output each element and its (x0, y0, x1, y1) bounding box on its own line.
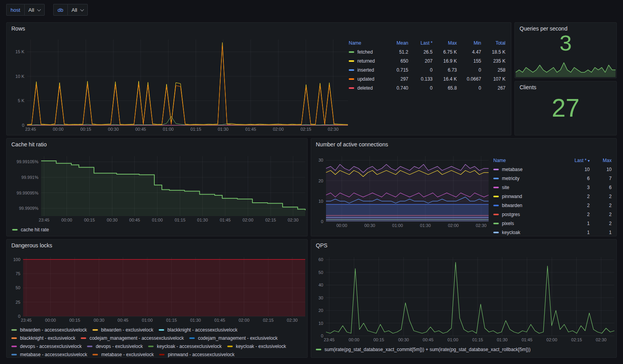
panel-title-active-connections[interactable]: Number of active connections (311, 139, 616, 148)
queries-per-second-sparkline[interactable] (516, 59, 616, 77)
legend-series-toggle[interactable]: pixels (493, 221, 568, 226)
legend-series-toggle[interactable]: deleted (349, 85, 384, 91)
panel-title-qps[interactable]: QPS (311, 240, 616, 249)
series-color-swatch (11, 329, 17, 331)
legend-label: blackknight - accessexclusivelock (167, 327, 237, 333)
legend-label: devops - accessexclusivelock (20, 344, 81, 349)
svg-text:02:15: 02:15 (265, 218, 276, 222)
legend-stat-value: 2 (568, 194, 590, 199)
legend-stat-value: 10 (568, 167, 590, 172)
svg-text:0: 0 (321, 333, 323, 338)
column-header[interactable]: Max (590, 158, 612, 163)
qps-chart[interactable]: 23:4500:0000:1500:3000:4501:0001:1501:30… (313, 255, 616, 344)
dangerous-locks-chart[interactable]: 23:4500:0000:1500:3000:4501:0001:1501:30… (8, 255, 306, 324)
legend-stat-value: 65.8 (433, 85, 457, 91)
svg-text:02:15: 02:15 (263, 318, 274, 323)
legend-series-toggle[interactable]: pinnwand (493, 194, 568, 199)
variable-host-dropdown[interactable]: All (24, 4, 45, 16)
legend-stat-value: 267 (481, 85, 505, 91)
legend-label: pinnwand - accessexclusivelock (168, 352, 234, 357)
column-header[interactable]: Min (457, 40, 481, 46)
column-header[interactable]: Last *▾ (568, 158, 590, 163)
legend-item[interactable]: metabase - accessexclusivelock (11, 352, 87, 357)
panel-clients: Clients 27 (514, 81, 617, 135)
series-color-swatch (493, 178, 499, 179)
svg-text:00:15: 00:15 (373, 337, 384, 342)
legend-item[interactable]: devops - accessexclusivelock (11, 344, 81, 349)
legend-series-toggle[interactable]: metabase (493, 167, 568, 172)
legend-item[interactable]: devops - exclusivelock (87, 344, 143, 349)
legend-series-toggle[interactable]: returned (349, 58, 384, 64)
legend-series-toggle[interactable]: inserted (349, 67, 384, 73)
legend-series-toggle[interactable]: fetched (349, 49, 384, 55)
svg-text:10 K: 10 K (15, 74, 24, 79)
series-color-swatch (148, 346, 154, 347)
panel-title-dangerous-locks[interactable]: Dangerous locks (7, 240, 307, 249)
legend-item[interactable]: blackknight - accessexclusivelock (159, 327, 237, 333)
svg-text:15 K: 15 K (15, 49, 24, 54)
legend-series-toggle[interactable]: keycloak (493, 230, 568, 235)
legend-item[interactable]: codejam_management - exclusivelock (189, 335, 277, 341)
legend-stat-value: 0 (457, 67, 481, 73)
legend-item[interactable]: codejam_management - accessexclusivelock (81, 335, 184, 341)
legend-item[interactable]: bitwarden - accessexclusivelock (11, 327, 87, 333)
legend-series-toggle[interactable]: updated (349, 76, 384, 82)
svg-text:01:30: 01:30 (497, 337, 508, 342)
active-connections-chart[interactable]: 00:0000:3001:0001:3002:0002:300102030 (313, 154, 490, 229)
column-header[interactable]: Total (481, 40, 505, 46)
column-header[interactable]: Mean (384, 40, 408, 46)
svg-text:10: 10 (319, 199, 323, 204)
legend-stat-value: 6 (568, 176, 590, 181)
legend-item[interactable]: keycloak - accessexclusivelock (148, 344, 221, 349)
legend-series-toggle[interactable]: metricity (493, 176, 568, 181)
panel-title-cache-hit-ratio[interactable]: Cache hit ratio (7, 139, 307, 148)
legend-item[interactable]: pinnwand - accessexclusivelock (159, 352, 234, 357)
legend-item[interactable]: metabase - exclusivelock (92, 352, 154, 357)
legend-label: sum(irate(pg_stat_database_xact_commit[5… (324, 347, 531, 352)
legend-stat-value: 4.47 (457, 49, 481, 55)
rows-timeseries-chart[interactable]: 23:4500:0000:1500:3000:4501:0001:1501:30… (9, 38, 349, 133)
rows-legend-table: NameMeanLast *MaxMinTotalfetched51.226.5… (349, 38, 505, 92)
series-color-swatch (227, 346, 233, 347)
series-color-swatch (493, 223, 499, 224)
legend-stat-value: 0 (408, 85, 433, 91)
legend-item[interactable]: blackknight - exclusivelock (11, 335, 75, 341)
legend-series-toggle[interactable]: bitwarden (493, 203, 568, 208)
legend-item[interactable]: sum(irate(pg_stat_database_xact_commit[5… (316, 347, 531, 352)
column-header[interactable]: Name (493, 158, 568, 163)
legend-stat-value: 650 (384, 58, 408, 64)
panel-qps: QPS 23:4500:0000:1500:3000:4501:0001:150… (311, 239, 617, 358)
legend-item[interactable]: keycloak - exclusivelock (227, 344, 286, 349)
cache-hit-ratio-chart[interactable]: 23:4500:0000:1500:3000:4501:0001:1501:30… (7, 154, 306, 224)
svg-text:00:45: 00:45 (118, 318, 129, 323)
panel-title-clients[interactable]: Clients (515, 81, 616, 90)
legend-stat-value: 2 (590, 203, 612, 208)
series-color-swatch (493, 232, 499, 233)
svg-text:00:45: 00:45 (423, 337, 434, 342)
svg-text:01:30: 01:30 (197, 218, 208, 222)
legend-label: metabase - exclusivelock (101, 352, 154, 357)
column-header[interactable]: Name (349, 40, 384, 46)
svg-text:00:00: 00:00 (45, 318, 56, 323)
legend-label: codejam_management - exclusivelock (198, 335, 277, 341)
legend-series-toggle[interactable]: postgres (493, 212, 568, 217)
column-header[interactable]: Last * (408, 40, 433, 46)
legend-label: metabase - accessexclusivelock (20, 352, 87, 357)
svg-text:01:30: 01:30 (420, 223, 431, 228)
variable-db-dropdown[interactable]: All (67, 4, 88, 16)
svg-text:00:30: 00:30 (398, 337, 409, 342)
svg-text:0: 0 (321, 219, 323, 224)
legend-series-toggle[interactable]: site (493, 185, 568, 190)
legend-stat-value: 0.133 (408, 76, 433, 82)
legend-stat-value: 235 K (481, 58, 505, 64)
panel-title-rows[interactable]: Rows (7, 23, 511, 32)
variable-db: db All (53, 4, 88, 16)
legend-item[interactable]: bitwarden - exclusivelock (92, 327, 153, 333)
legend-item[interactable]: cache hit rate (12, 227, 49, 232)
column-header[interactable]: Max (433, 40, 457, 46)
variable-db-label: db (53, 4, 67, 16)
legend-table-row: keycloak11 (493, 228, 612, 236)
svg-text:02:00: 02:00 (448, 223, 459, 228)
svg-text:00:00: 00:00 (336, 223, 347, 228)
svg-text:23:45: 23:45 (21, 318, 32, 323)
